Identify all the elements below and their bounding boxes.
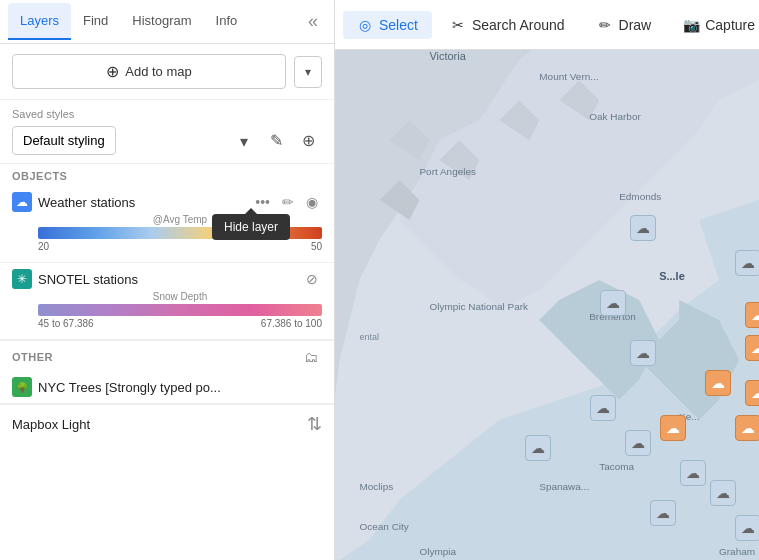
weather-marker-hot-2[interactable]: ☁ [745, 335, 759, 361]
weather-marker-6[interactable]: ☁ [625, 430, 651, 456]
svg-text:Graham: Graham [719, 546, 755, 557]
svg-text:Port Angeles: Port Angeles [419, 166, 476, 177]
snotel-stations-icon: ✳ [12, 269, 32, 289]
nyc-trees-name: NYC Trees [Strongly typed po... [38, 380, 322, 395]
weather-marker-1[interactable]: ☁ [630, 215, 656, 241]
temp-min: 20 [38, 241, 49, 252]
weather-marker-5[interactable]: ☁ [590, 395, 616, 421]
weather-stations-actions: ••• ✏ ◉ [251, 192, 322, 212]
eye-off-icon: ⊘ [306, 271, 318, 287]
add-to-map-chevron[interactable]: ▾ [294, 56, 322, 88]
capture-icon: 📷 [683, 17, 699, 33]
svg-text:Victoria: Victoria [429, 50, 466, 62]
weather-marker-hot-1[interactable]: ☁ [745, 302, 759, 328]
objects-section-header: OBJECTS [0, 164, 334, 186]
weather-stations-layer: ☁ Weather stations ••• ✏ ◉ Hide layer @A… [0, 186, 334, 263]
weather-marker-4[interactable]: ☁ [630, 340, 656, 366]
add-to-map-label: Add to map [125, 64, 192, 79]
select-icon: ◎ [357, 17, 373, 33]
snow-gradient-bar [38, 304, 322, 316]
saved-styles-actions: ✎ ⊕ [262, 127, 322, 155]
svg-text:S...le: S...le [659, 270, 685, 282]
weather-marker-11[interactable]: ☁ [525, 435, 551, 461]
eye-icon: ◉ [306, 194, 318, 210]
sidebar: Layers Find Histogram Info « ⊕ Add to ma… [0, 0, 335, 560]
objects-label: OBJECTS [12, 170, 67, 182]
temp-gradient-bar [38, 227, 322, 239]
weather-stations-visibility-button[interactable]: ◉ [302, 192, 322, 212]
capture-label: Capture [705, 17, 755, 33]
svg-text:Olympia: Olympia [419, 546, 456, 557]
weather-marker-2[interactable]: ☁ [735, 250, 759, 276]
other-section-header: OTHER 🗂 [0, 341, 334, 371]
nyc-trees-header: 🌳 NYC Trees [Strongly typed po... [12, 377, 322, 397]
add-to-map-button[interactable]: ⊕ Add to map [12, 54, 286, 89]
plus-circle-icon: ⊕ [106, 62, 119, 81]
weather-marker-10[interactable]: ☁ [735, 515, 759, 541]
nyc-trees-layer: 🌳 NYC Trees [Strongly typed po... [0, 371, 334, 404]
snow-gradient-range: 45 to 67.386 67.386 to 100 [38, 318, 322, 329]
weather-marker-7[interactable]: ☁ [680, 460, 706, 486]
svg-text:ental: ental [360, 332, 379, 342]
capture-button[interactable]: 📷 Capture [669, 11, 759, 39]
weather-stations-edit-button[interactable]: ✏ [278, 192, 298, 212]
weather-marker-9[interactable]: ☁ [650, 500, 676, 526]
other-label: OTHER [12, 351, 53, 363]
saved-styles-label: Saved styles [12, 108, 322, 120]
weather-stations-gradient: @Avg Temp 20 50 [12, 212, 322, 256]
svg-text:Moclips: Moclips [360, 481, 394, 492]
weather-stations-icon: ☁ [12, 192, 32, 212]
basemap-toggle-button[interactable]: ⇅ [307, 413, 322, 435]
svg-text:Mount Vern...: Mount Vern... [539, 71, 598, 82]
add-style-button[interactable]: ⊕ [294, 127, 322, 155]
folder-icon: 🗂 [304, 349, 318, 365]
svg-text:Oak Harbor: Oak Harbor [589, 111, 641, 122]
weather-marker-hot-5[interactable]: ☁ [660, 415, 686, 441]
sidebar-tabs: Layers Find Histogram Info « [0, 0, 334, 44]
temp-gradient-range: 20 50 [38, 241, 322, 252]
weather-marker-3[interactable]: ☁ [600, 290, 626, 316]
snotel-stations-gradient: Snow Depth 45 to 67.386 67.386 to 100 [12, 289, 322, 333]
draw-icon: ✏ [597, 17, 613, 33]
search-around-icon: ✂ [450, 17, 466, 33]
snow-max: 67.386 to 100 [261, 318, 322, 329]
other-section: OTHER 🗂 🌳 NYC Trees [Strongly typed po..… [0, 340, 334, 404]
snotel-stations-header: ✳ SNOTEL stations ⊘ [12, 269, 322, 289]
basemap-item: Mapbox Light ⇅ [0, 404, 334, 443]
edit-style-button[interactable]: ✎ [262, 127, 290, 155]
other-folder-button[interactable]: 🗂 [300, 347, 322, 367]
snotel-stations-name: SNOTEL stations [38, 272, 296, 287]
basemap-name: Mapbox Light [12, 417, 90, 432]
weather-stations-header: ☁ Weather stations ••• ✏ ◉ [12, 192, 322, 212]
draw-label: Draw [619, 17, 652, 33]
tab-layers[interactable]: Layers [8, 3, 71, 40]
snotel-visibility-button[interactable]: ⊘ [302, 269, 322, 289]
nyc-trees-icon: 🌳 [12, 377, 32, 397]
weather-marker-hot-3[interactable]: ☁ [705, 370, 731, 396]
weather-stations-name: Weather stations [38, 195, 245, 210]
tab-find[interactable]: Find [71, 3, 120, 40]
edit-icon: ✏ [282, 194, 294, 210]
select-label: Select [379, 17, 418, 33]
search-around-label: Search Around [472, 17, 565, 33]
weather-marker-hot-4[interactable]: ☁ [745, 380, 759, 406]
saved-styles-select[interactable]: Default styling [12, 126, 116, 155]
weather-marker-8[interactable]: ☁ [710, 480, 736, 506]
avg-temp-label: @Avg Temp [38, 214, 322, 225]
snotel-stations-layer: ✳ SNOTEL stations ⊘ Snow Depth 45 to 67.… [0, 263, 334, 340]
weather-stations-more-button[interactable]: ••• [251, 192, 274, 212]
weather-marker-hot-6[interactable]: ☁ [735, 415, 759, 441]
svg-text:Olympic National Park: Olympic National Park [429, 301, 528, 312]
saved-styles-row: Default styling ▾ ✎ ⊕ [12, 126, 322, 155]
svg-text:Edmonds: Edmonds [619, 191, 661, 202]
svg-text:Tacoma: Tacoma [599, 461, 634, 472]
collapse-sidebar-button[interactable]: « [300, 7, 326, 36]
select-button[interactable]: ◎ Select [343, 11, 432, 39]
search-around-button[interactable]: ✂ Search Around [436, 11, 579, 39]
snow-min: 45 to 67.386 [38, 318, 94, 329]
svg-text:Spanawa...: Spanawa... [539, 481, 589, 492]
tab-info[interactable]: Info [204, 3, 250, 40]
snotel-stations-actions: ⊘ [302, 269, 322, 289]
draw-button[interactable]: ✏ Draw [583, 11, 666, 39]
tab-histogram[interactable]: Histogram [120, 3, 203, 40]
